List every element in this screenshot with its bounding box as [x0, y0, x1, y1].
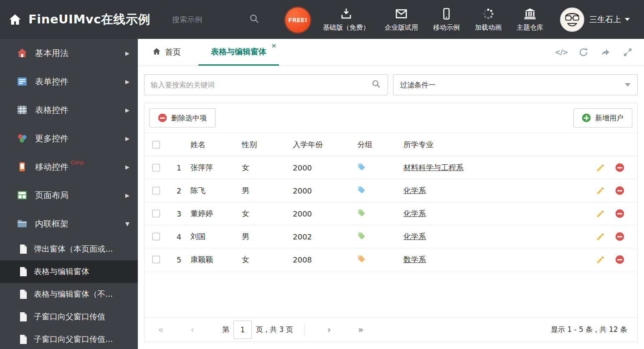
tag-icon	[357, 186, 365, 194]
chevron-right-icon	[125, 135, 129, 142]
sidebar-item-form-controls[interactable]: 表单控件	[0, 67, 138, 96]
table-header: 姓名 性别 入学年份 分组 所学专业	[145, 133, 637, 156]
mobile-icon	[17, 161, 28, 172]
record-summary: 显示 1 - 5 条 , 共 12 条	[551, 325, 627, 334]
cell-gender: 女	[242, 255, 293, 265]
sidebar-subitem-child-to-parent-2[interactable]: 子窗口向父窗口传值...	[0, 328, 138, 349]
file-icon	[19, 312, 28, 322]
next-page-button[interactable]	[323, 324, 335, 335]
table-icon	[17, 104, 28, 115]
source-code-icon[interactable]	[556, 47, 567, 58]
nav-mobile-demo[interactable]: 移动示例	[433, 7, 460, 32]
table-search-input[interactable]	[151, 81, 371, 89]
edit-row-icon[interactable]	[596, 186, 605, 195]
edit-row-icon[interactable]	[596, 232, 605, 241]
filter-dropdown[interactable]: 过滤条件一	[393, 74, 638, 95]
nav-loading-animation[interactable]: 加载动画	[475, 7, 502, 32]
cell-name: 张萍萍	[190, 163, 242, 173]
delete-row-icon[interactable]	[616, 163, 624, 172]
delete-row-icon[interactable]	[616, 209, 624, 218]
row-number: 5	[167, 255, 190, 264]
nav-theme-repo[interactable]: 主题仓库	[517, 7, 543, 32]
table-search-box[interactable]	[144, 74, 388, 95]
close-tab-icon[interactable]	[271, 42, 276, 50]
bank-icon	[523, 7, 537, 20]
main-content: 首页 表格与编辑窗体	[138, 39, 644, 349]
table-row: 2 陈飞 男 2000 化学系	[145, 179, 637, 202]
row-number: 3	[167, 209, 190, 218]
search-icon[interactable]	[371, 79, 381, 91]
nav-enterprise-trial[interactable]: 企业版试用	[385, 7, 418, 32]
sidebar-item-basic-usage[interactable]: 基本用法	[0, 39, 138, 67]
home-tab-icon	[152, 47, 161, 57]
row-checkbox[interactable]	[152, 187, 160, 194]
last-page-button[interactable]	[355, 324, 367, 335]
column-name[interactable]: 姓名	[190, 140, 242, 150]
sidebar-subitem-grid-edit-window-2[interactable]: 表格与编辑窗体（不...	[0, 283, 138, 306]
edit-row-icon[interactable]	[596, 255, 605, 264]
delete-selected-button[interactable]: 删除选中项	[150, 108, 216, 127]
cell-name: 董婷婷	[190, 209, 242, 219]
cell-year: 2000	[293, 186, 357, 195]
minus-circle-icon	[158, 114, 167, 122]
sidebar-item-iframe[interactable]: 内联框架	[0, 209, 138, 238]
delete-row-icon[interactable]	[616, 186, 624, 195]
major-link[interactable]: 化学系	[403, 232, 426, 241]
column-year[interactable]: 入学年份	[293, 140, 357, 150]
user-avatar[interactable]	[560, 8, 584, 32]
row-checkbox[interactable]	[152, 210, 160, 217]
filter-dropdown-value: 过滤条件一	[400, 80, 436, 90]
search-icon[interactable]	[249, 13, 260, 26]
file-icon	[19, 289, 28, 299]
download-icon	[340, 7, 353, 20]
first-page-button[interactable]	[155, 324, 167, 335]
page-number-input[interactable]	[233, 321, 252, 339]
sidebar-item-mobile-controls[interactable]: 移动控件 Corp.	[0, 153, 138, 181]
open-new-window-icon[interactable]	[600, 47, 611, 58]
sidebar-item-page-layout[interactable]: 页面布局	[0, 181, 138, 209]
spinner-icon	[482, 7, 495, 20]
edit-row-icon[interactable]	[596, 163, 605, 172]
sidebar-subitem-popup-window[interactable]: 弹出窗体（本页面或...	[0, 238, 138, 260]
row-checkbox[interactable]	[152, 164, 160, 171]
major-link[interactable]: 化学系	[403, 209, 426, 218]
chevron-right-icon	[125, 107, 129, 113]
header-search-input[interactable]	[172, 15, 235, 24]
chevron-right-icon	[125, 192, 129, 199]
row-number: 4	[167, 232, 190, 241]
prev-page-button[interactable]	[186, 324, 199, 335]
brand[interactable]: FineUIMvc在线示例	[0, 11, 172, 28]
tab-home[interactable]: 首页	[152, 39, 181, 66]
delete-row-icon[interactable]	[616, 255, 624, 264]
header-search[interactable]	[172, 13, 260, 26]
sidebar-item-more-controls[interactable]: 更多控件	[0, 124, 138, 153]
sidebar-subitem-grid-edit-window[interactable]: 表格与编辑窗体	[0, 260, 138, 283]
major-link[interactable]: 数学系	[403, 255, 426, 264]
column-gender[interactable]: 性别	[242, 140, 293, 150]
chevron-right-icon	[125, 50, 129, 56]
sidebar-item-grid-controls[interactable]: 表格控件	[0, 96, 138, 124]
user-menu[interactable]: 三生石上	[589, 14, 630, 25]
column-group[interactable]: 分组	[357, 140, 403, 150]
username: 三生石上	[589, 14, 621, 25]
edit-row-icon[interactable]	[596, 209, 605, 218]
sidebar-subitem-child-to-parent[interactable]: 子窗口向父窗口传值	[0, 306, 138, 328]
row-checkbox[interactable]	[152, 233, 160, 240]
header-nav: FREE! 基础版（免费） 企业版试用 移动示例	[285, 6, 644, 33]
cell-year: 2000	[293, 163, 357, 172]
select-all-checkbox[interactable]	[152, 141, 160, 148]
refresh-icon[interactable]	[578, 47, 589, 58]
delete-row-icon[interactable]	[616, 232, 624, 241]
tab-bar: 首页 表格与编辑窗体	[138, 39, 644, 66]
app-title: FineUIMvc在线示例	[28, 11, 150, 28]
column-major[interactable]: 所学专业	[403, 140, 589, 150]
major-link[interactable]: 材料科学与工程系	[403, 163, 464, 172]
fullscreen-icon[interactable]	[622, 47, 633, 58]
free-badge: FREE!	[285, 8, 310, 33]
row-checkbox[interactable]	[152, 256, 160, 263]
pagination-bar: 第 页 , 共 3 页 显示 1 - 5 条 , 共 12 条	[145, 317, 637, 341]
major-link[interactable]: 化学系	[403, 186, 426, 195]
nav-basic-free[interactable]: 基础版（免费）	[323, 7, 370, 32]
tab-grid-edit-window[interactable]: 表格与编辑窗体	[198, 39, 279, 66]
add-user-button[interactable]: 新增用户	[573, 108, 632, 127]
